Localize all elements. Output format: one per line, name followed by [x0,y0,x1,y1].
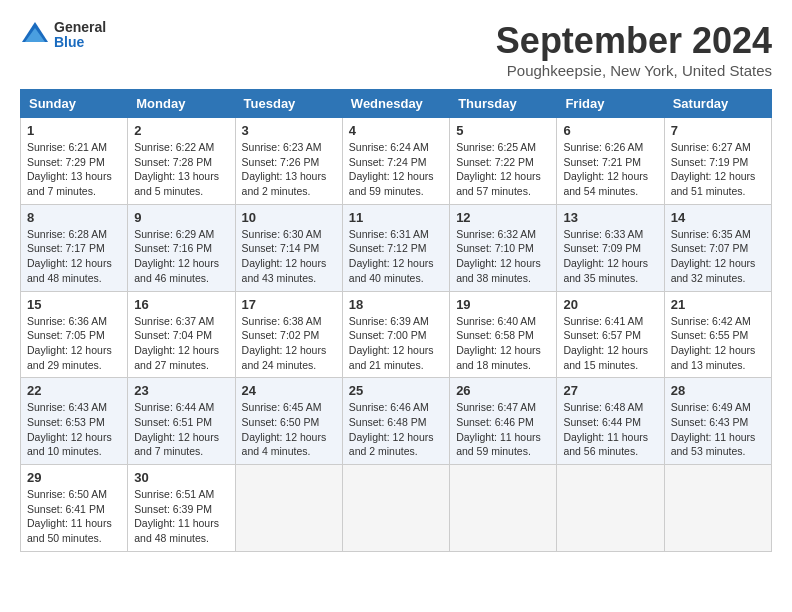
cell-content: Sunrise: 6:46 AM Sunset: 6:48 PM Dayligh… [349,400,443,459]
sunset: Sunset: 7:19 PM [671,156,749,168]
cell-content: Sunrise: 6:40 AM Sunset: 6:58 PM Dayligh… [456,314,550,373]
day-number: 3 [242,123,336,138]
calendar-cell: 5 Sunrise: 6:25 AM Sunset: 7:22 PM Dayli… [450,118,557,205]
calendar-cell [235,465,342,552]
sunset: Sunset: 7:16 PM [134,242,212,254]
sunset: Sunset: 7:00 PM [349,329,427,341]
cell-content: Sunrise: 6:29 AM Sunset: 7:16 PM Dayligh… [134,227,228,286]
cell-content: Sunrise: 6:23 AM Sunset: 7:26 PM Dayligh… [242,140,336,199]
day-header-tuesday: Tuesday [235,90,342,118]
cell-content: Sunrise: 6:42 AM Sunset: 6:55 PM Dayligh… [671,314,765,373]
day-number: 17 [242,297,336,312]
sunrise: Sunrise: 6:38 AM [242,315,322,327]
location: Poughkeepsie, New York, United States [496,62,772,79]
cell-content: Sunrise: 6:21 AM Sunset: 7:29 PM Dayligh… [27,140,121,199]
calendar-cell [557,465,664,552]
sunrise: Sunrise: 6:27 AM [671,141,751,153]
daylight: Daylight: 12 hours and 46 minutes. [134,257,219,284]
daylight: Daylight: 12 hours and 40 minutes. [349,257,434,284]
sunset: Sunset: 6:53 PM [27,416,105,428]
sunset: Sunset: 7:04 PM [134,329,212,341]
day-number: 6 [563,123,657,138]
day-number: 11 [349,210,443,225]
cell-content: Sunrise: 6:31 AM Sunset: 7:12 PM Dayligh… [349,227,443,286]
sunrise: Sunrise: 6:43 AM [27,401,107,413]
sunrise: Sunrise: 6:30 AM [242,228,322,240]
cell-content: Sunrise: 6:25 AM Sunset: 7:22 PM Dayligh… [456,140,550,199]
sunrise: Sunrise: 6:24 AM [349,141,429,153]
sunset: Sunset: 7:10 PM [456,242,534,254]
day-number: 18 [349,297,443,312]
daylight: Daylight: 12 hours and 51 minutes. [671,170,756,197]
calendar-cell: 2 Sunrise: 6:22 AM Sunset: 7:28 PM Dayli… [128,118,235,205]
cell-content: Sunrise: 6:24 AM Sunset: 7:24 PM Dayligh… [349,140,443,199]
cell-content: Sunrise: 6:35 AM Sunset: 7:07 PM Dayligh… [671,227,765,286]
calendar-header: SundayMondayTuesdayWednesdayThursdayFrid… [21,90,772,118]
calendar-cell: 9 Sunrise: 6:29 AM Sunset: 7:16 PM Dayli… [128,204,235,291]
day-header-sunday: Sunday [21,90,128,118]
day-number: 1 [27,123,121,138]
week-row-5: 29 Sunrise: 6:50 AM Sunset: 6:41 PM Dayl… [21,465,772,552]
sunset: Sunset: 7:12 PM [349,242,427,254]
sunset: Sunset: 7:24 PM [349,156,427,168]
calendar-cell: 14 Sunrise: 6:35 AM Sunset: 7:07 PM Dayl… [664,204,771,291]
day-number: 16 [134,297,228,312]
sunrise: Sunrise: 6:44 AM [134,401,214,413]
cell-content: Sunrise: 6:33 AM Sunset: 7:09 PM Dayligh… [563,227,657,286]
day-header-wednesday: Wednesday [342,90,449,118]
sunset: Sunset: 7:29 PM [27,156,105,168]
daylight: Daylight: 11 hours and 48 minutes. [134,517,219,544]
calendar-cell: 10 Sunrise: 6:30 AM Sunset: 7:14 PM Dayl… [235,204,342,291]
sunrise: Sunrise: 6:37 AM [134,315,214,327]
daylight: Daylight: 12 hours and 15 minutes. [563,344,648,371]
day-number: 10 [242,210,336,225]
daylight: Daylight: 11 hours and 56 minutes. [563,431,648,458]
week-row-4: 22 Sunrise: 6:43 AM Sunset: 6:53 PM Dayl… [21,378,772,465]
sunrise: Sunrise: 6:45 AM [242,401,322,413]
sunrise: Sunrise: 6:46 AM [349,401,429,413]
cell-content: Sunrise: 6:37 AM Sunset: 7:04 PM Dayligh… [134,314,228,373]
cell-content: Sunrise: 6:38 AM Sunset: 7:02 PM Dayligh… [242,314,336,373]
sunset: Sunset: 6:48 PM [349,416,427,428]
cell-content: Sunrise: 6:51 AM Sunset: 6:39 PM Dayligh… [134,487,228,546]
sunrise: Sunrise: 6:40 AM [456,315,536,327]
sunset: Sunset: 6:39 PM [134,503,212,515]
day-number: 8 [27,210,121,225]
calendar-cell: 24 Sunrise: 6:45 AM Sunset: 6:50 PM Dayl… [235,378,342,465]
sunrise: Sunrise: 6:42 AM [671,315,751,327]
calendar-cell: 12 Sunrise: 6:32 AM Sunset: 7:10 PM Dayl… [450,204,557,291]
sunset: Sunset: 6:51 PM [134,416,212,428]
week-row-2: 8 Sunrise: 6:28 AM Sunset: 7:17 PM Dayli… [21,204,772,291]
sunrise: Sunrise: 6:26 AM [563,141,643,153]
calendar-cell: 29 Sunrise: 6:50 AM Sunset: 6:41 PM Dayl… [21,465,128,552]
cell-content: Sunrise: 6:48 AM Sunset: 6:44 PM Dayligh… [563,400,657,459]
sunset: Sunset: 6:43 PM [671,416,749,428]
day-header-monday: Monday [128,90,235,118]
day-header-saturday: Saturday [664,90,771,118]
day-number: 13 [563,210,657,225]
sunset: Sunset: 7:07 PM [671,242,749,254]
calendar-cell: 22 Sunrise: 6:43 AM Sunset: 6:53 PM Dayl… [21,378,128,465]
logo-text: General Blue [54,20,106,51]
daylight: Daylight: 13 hours and 2 minutes. [242,170,327,197]
cell-content: Sunrise: 6:41 AM Sunset: 6:57 PM Dayligh… [563,314,657,373]
daylight: Daylight: 12 hours and 27 minutes. [134,344,219,371]
sunrise: Sunrise: 6:28 AM [27,228,107,240]
day-number: 5 [456,123,550,138]
sunrise: Sunrise: 6:29 AM [134,228,214,240]
cell-content: Sunrise: 6:45 AM Sunset: 6:50 PM Dayligh… [242,400,336,459]
daylight: Daylight: 12 hours and 57 minutes. [456,170,541,197]
day-number: 25 [349,383,443,398]
sunrise: Sunrise: 6:25 AM [456,141,536,153]
day-number: 22 [27,383,121,398]
header-row: SundayMondayTuesdayWednesdayThursdayFrid… [21,90,772,118]
day-number: 9 [134,210,228,225]
logo: General Blue [20,20,106,51]
logo-general: General [54,20,106,35]
cell-content: Sunrise: 6:44 AM Sunset: 6:51 PM Dayligh… [134,400,228,459]
sunrise: Sunrise: 6:31 AM [349,228,429,240]
day-number: 2 [134,123,228,138]
daylight: Daylight: 11 hours and 50 minutes. [27,517,112,544]
cell-content: Sunrise: 6:28 AM Sunset: 7:17 PM Dayligh… [27,227,121,286]
calendar-cell: 13 Sunrise: 6:33 AM Sunset: 7:09 PM Dayl… [557,204,664,291]
